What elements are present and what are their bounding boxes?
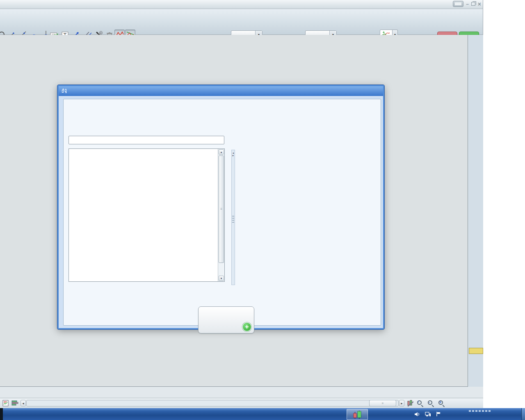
indicator-description [240,152,384,287]
indicator-list: ▲ ≡ ▼ [68,148,225,282]
os-taskbar [0,408,525,420]
zoom-in-icon[interactable]: + [438,400,445,407]
horizontal-scrollbar-track[interactable] [26,400,399,406]
pane-splitter[interactable]: ◄► [231,150,235,285]
zoom-fit-icon[interactable]: ↕ [417,400,424,407]
chart-settings-icon[interactable] [407,400,414,407]
volume-icon[interactable] [413,408,422,420]
add-preview-chart [204,315,248,332]
show-desktop-button[interactable] [521,408,525,420]
add-indicator-button[interactable]: + [198,306,254,333]
trading-app-window: – × T [0,0,483,408]
list-scrollbar-thumb[interactable]: ≡ [219,155,224,263]
tray-expand-icon[interactable] [403,408,411,420]
action-center-flag-icon[interactable] [434,408,443,420]
close-button[interactable]: × [478,2,481,7]
dialog-titlebar[interactable] [59,86,383,96]
tray-date-clipped [469,410,491,412]
keyboard-icon[interactable] [453,1,463,7]
bottom-status-row: ◄ ≡ ► ↕ - + [0,398,483,408]
plus-icon: + [242,322,251,331]
time-axis[interactable] [0,387,468,398]
scroll-right-arrow[interactable]: ► [399,400,404,406]
add-indicator-dialog: ▲ ≡ ▼ ◄► + [57,85,384,329]
indicator-preview-chart [201,110,242,130]
volume-bars-icon[interactable] [11,400,19,406]
scroll-up-icon[interactable]: ▲ [219,149,224,155]
search-box [68,136,224,144]
scroll-left-arrow[interactable]: ◄ [21,400,26,406]
minimize-button[interactable]: – [466,2,469,7]
network-icon[interactable] [423,408,432,420]
search-input[interactable] [71,137,214,144]
candlestick-icon [61,88,68,94]
report-icon[interactable] [2,400,10,406]
screen: – × T [0,0,525,420]
tray-language[interactable] [389,408,400,420]
tray-clock[interactable] [466,409,494,420]
dialog-panel: ▲ ≡ ▼ ◄► + [63,99,381,326]
scroll-down-icon[interactable]: ▼ [219,276,224,281]
splitter-arrows-icon: ◄► [232,152,235,157]
horizontal-scrollbar-thumb[interactable]: ≡ [369,400,396,406]
zoom-out-icon[interactable]: - [427,400,435,407]
current-price-tag [469,348,483,354]
window-titlebar: – × [0,0,483,9]
taskbar-trading-app[interactable] [347,409,368,420]
taskbar-edge [0,408,3,420]
list-scrollbar[interactable]: ▲ ≡ ▼ [218,149,224,281]
main-toolbar: T ▼ ▼ [0,9,483,35]
restore-button[interactable] [471,2,475,6]
price-axis[interactable] [468,35,483,387]
